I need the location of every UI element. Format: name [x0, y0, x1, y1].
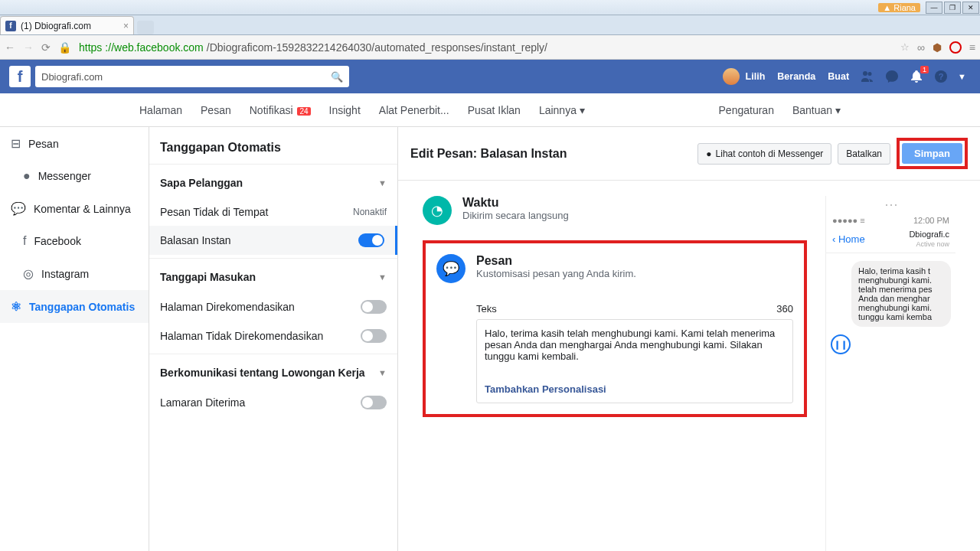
nav-iklan[interactable]: Pusat Iklan: [459, 104, 530, 116]
batalkan-button[interactable]: Batalkan: [838, 143, 890, 165]
notif-count-badge: 1: [920, 66, 929, 73]
back-button[interactable]: ←: [5, 41, 15, 54]
automation-list: Tanggapan Otomatis Sapa Pelanggan▼ Pesan…: [149, 127, 398, 551]
nav-bantuan[interactable]: Bantuan ▾: [783, 104, 850, 116]
sidebar-item-pesan[interactable]: ⊟ Pesan: [0, 127, 149, 160]
messenger-icon[interactable]: [884, 69, 900, 84]
left-sidebar: ⊟ Pesan ● Messenger 💬 Komentar & Lainnya…: [0, 127, 149, 551]
comment-icon: 💬: [11, 201, 26, 216]
avatar[interactable]: [723, 68, 740, 85]
address-bar[interactable]: https://web.facebook.com/Dbiograficom-15…: [79, 41, 893, 54]
window-close-button[interactable]: ✕: [962, 2, 979, 14]
sidebar-item-tanggapan-otomatis[interactable]: ⚛ Tanggapan Otomatis: [0, 290, 149, 323]
extension-icon[interactable]: [949, 41, 962, 54]
search-value: Dbiografi.com: [41, 71, 103, 83]
preview-bubble: Halo, terima kasih t menghubungi kami. t…: [851, 261, 951, 327]
nav-insight[interactable]: Insight: [320, 104, 370, 116]
section-tanggapi-masukan[interactable]: Tanggapi Masukan▼: [149, 262, 397, 292]
tab-close-icon[interactable]: ×: [123, 21, 129, 31]
nav-alat[interactable]: Alat Penerbit...: [370, 104, 459, 116]
friends-icon[interactable]: [860, 69, 875, 84]
toggle-direkomendasikan[interactable]: [361, 300, 387, 314]
pause-icon: ❙❙: [831, 334, 851, 354]
editor-title: Edit Pesan: Balasan Instan: [410, 147, 691, 161]
help-icon[interactable]: ?: [933, 69, 949, 84]
window-minimize-button[interactable]: —: [926, 2, 942, 14]
preview-more-icon[interactable]: ⋯: [826, 196, 956, 213]
signal-icon: ●●●●● ⁠≡: [832, 216, 865, 225]
new-tab-button[interactable]: [137, 21, 154, 34]
browser-toolbar: ← → ⟳ 🔒 https://web.facebook.com/Dbiogra…: [0, 35, 980, 60]
toggle-tidak-direkomendasikan[interactable]: [361, 329, 387, 343]
automation-title: Tanggapan Otomatis: [149, 135, 397, 161]
forward-button[interactable]: →: [23, 41, 34, 54]
row-halaman-tidak-direkomendasikan[interactable]: Halaman Tidak Direkomendasikan: [149, 321, 397, 350]
chevron-down-icon: ▼: [378, 272, 387, 282]
reload-button[interactable]: ⟳: [41, 41, 51, 54]
sidebar-item-komentar[interactable]: 💬 Komentar & Lainnya: [0, 192, 149, 225]
bookmark-star-icon[interactable]: ☆: [900, 41, 910, 53]
row-pesan-tidak-ditempat[interactable]: Pesan Tidak di TempatNonaktif: [149, 198, 397, 226]
browser-tabstrip: f (1) Dbiografi.com ×: [0, 15, 980, 35]
preview-time: 12:00 PM: [913, 216, 949, 225]
highlight-pesan: 💬 Pesan Kustomisasi pesan yang Anda kiri…: [423, 240, 807, 417]
chrome-menu-icon[interactable]: ≡: [969, 41, 975, 54]
messenger-icon: ●: [23, 169, 31, 183]
sidebar-item-messenger[interactable]: ● Messenger: [0, 160, 149, 192]
row-balasan-instan[interactable]: Balasan Instan: [149, 226, 397, 255]
main-editor: Edit Pesan: Balasan Instan ● Lihat conto…: [398, 127, 980, 551]
inbox-icon: ⊟: [11, 136, 21, 151]
sidebar-item-instagram[interactable]: ◎ Instagram: [0, 257, 149, 290]
browser-tab[interactable]: f (1) Dbiografi.com ×: [0, 16, 134, 34]
extension-icon[interactable]: ∞: [917, 41, 925, 54]
pesan-sub: Kustomisasi pesan yang Anda kirim.: [476, 268, 636, 279]
nav-pengaturan[interactable]: Pengaturan: [710, 104, 783, 116]
chat-icon: 💬: [436, 254, 466, 283]
window-maximize-button[interactable]: ❐: [944, 2, 961, 14]
section-lowongan[interactable]: Berkomunikasi tentang Lowongan Kerja▼: [149, 357, 397, 388]
editor-header: Edit Pesan: Balasan Instan ● Lihat conto…: [398, 127, 980, 181]
fb-header: f Dbiografi.com 🔍 Lilih Beranda Buat 1 ?…: [0, 60, 980, 93]
dropdown-icon[interactable]: ▼: [958, 72, 966, 81]
chevron-down-icon: ▼: [378, 178, 387, 187]
row-halaman-direkomendasikan[interactable]: Halaman Direkomendasikan: [149, 292, 397, 321]
facebook-favicon: f: [5, 21, 16, 31]
section-sapa-pelanggan[interactable]: Sapa Pelanggan▼: [149, 168, 397, 198]
section-waktu: ◔ Waktu Dikirim secara langsung: [423, 196, 807, 225]
preview-page-name: Dbiografi.cActive now: [909, 230, 949, 248]
lock-icon: 🔒: [58, 41, 71, 54]
messenger-preview: ⋯ ●●●●● ⁠≡ 12:00 PM ‹ Home Dbiografi.cAc…: [825, 196, 956, 551]
home-link[interactable]: Beranda: [771, 71, 822, 82]
lihat-contoh-button[interactable]: ● Lihat contoh di Messenger: [697, 143, 831, 165]
preview-home[interactable]: ‹ Home: [832, 233, 865, 245]
waktu-sub: Dikirim secara langsung: [462, 210, 569, 221]
toggle-balasan-instan[interactable]: [358, 233, 384, 247]
nav-halaman[interactable]: Halaman: [130, 104, 191, 116]
waktu-title: Waktu: [462, 196, 569, 210]
char-count: 360: [776, 303, 793, 315]
sidebar-item-facebook[interactable]: f Facebook: [0, 225, 149, 257]
nav-lainnya[interactable]: Lainnya ▾: [530, 104, 594, 116]
clock-icon: ◔: [423, 196, 452, 225]
pesan-title: Pesan: [476, 254, 636, 268]
nav-notifikasi[interactable]: Notifikasi 24: [240, 104, 320, 116]
fb-logo[interactable]: f: [9, 66, 31, 87]
page-nav: Halaman Pesan Notifikasi 24 Insight Alat…: [0, 93, 980, 127]
page-body: ⊟ Pesan ● Messenger 💬 Komentar & Lainnya…: [0, 127, 980, 551]
personalisasi-link[interactable]: Tambahkan Personalisasi: [485, 371, 785, 395]
message-body: Halo, terima kasih telah menghubungi kam…: [485, 328, 785, 362]
toggle-lamaran[interactable]: [361, 396, 387, 409]
search-icon[interactable]: 🔍: [331, 71, 343, 83]
profile-link[interactable]: Lilih: [740, 71, 772, 82]
os-user-badge: ▲ Riana: [878, 3, 920, 12]
row-lamaran-diterima[interactable]: Lamaran Diterima: [149, 388, 397, 417]
extension-icon[interactable]: ⬢: [933, 41, 942, 54]
create-link[interactable]: Buat: [822, 71, 855, 82]
message-textarea[interactable]: Halo, terima kasih telah menghubungi kam…: [476, 319, 793, 403]
highlight-simpan: Simpan: [897, 138, 968, 169]
nav-pesan[interactable]: Pesan: [191, 104, 240, 116]
simpan-button[interactable]: Simpan: [902, 143, 962, 164]
teks-label: Teks: [476, 303, 497, 315]
fb-search[interactable]: Dbiografi.com 🔍: [35, 66, 349, 87]
notifications-icon[interactable]: 1: [909, 69, 924, 84]
